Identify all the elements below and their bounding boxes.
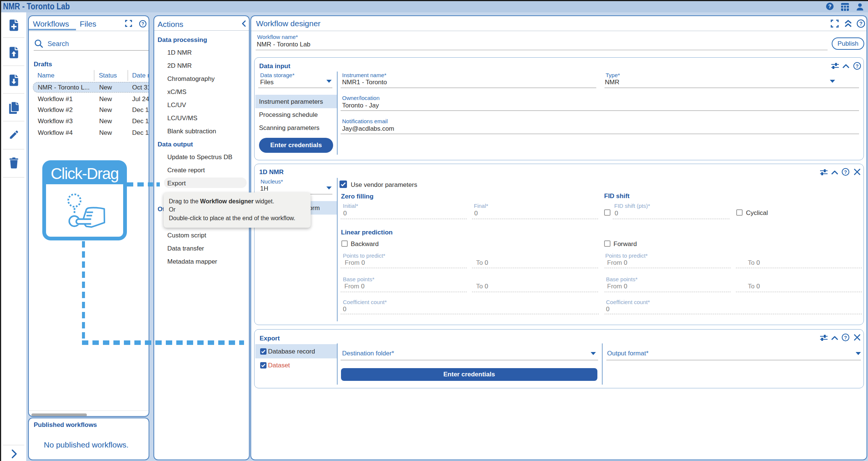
- svg-text:?: ?: [141, 21, 144, 27]
- svg-text:?: ?: [859, 21, 863, 27]
- svg-text:?: ?: [828, 3, 832, 9]
- svg-text:?: ?: [844, 335, 847, 340]
- svg-text:?: ?: [844, 169, 847, 175]
- svg-text:?: ?: [856, 63, 859, 69]
